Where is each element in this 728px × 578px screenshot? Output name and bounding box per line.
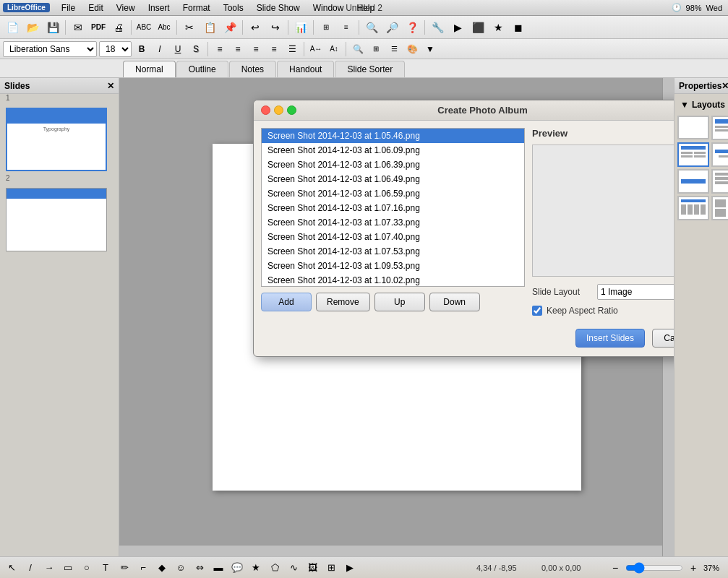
select-tool-btn[interactable]: ↖ — [3, 560, 20, 576]
list2-btn[interactable]: ☰ — [386, 41, 402, 57]
menu-insert[interactable]: Insert — [142, 1, 176, 14]
rect-tool-btn[interactable]: ▭ — [59, 560, 77, 576]
shapes-tool-btn[interactable]: ◆ — [153, 560, 171, 576]
flowchart-tool-btn[interactable]: ▬ — [210, 560, 227, 576]
minimize-button[interactable] — [274, 105, 283, 115]
slide-1-thumbnail[interactable]: Typography — [6, 108, 107, 171]
file-item-6[interactable]: Screen Shot 2014-12-03 at 1.07.33.png — [262, 215, 524, 230]
file-item-7[interactable]: Screen Shot 2014-12-03 at 1.07.40.png — [262, 230, 524, 244]
find2-btn[interactable]: 🔍 — [350, 41, 366, 57]
properties-close-icon[interactable]: ✕ — [721, 81, 728, 91]
slide-2-thumbnail[interactable] — [6, 188, 107, 251]
italic-btn[interactable]: I — [152, 41, 168, 57]
file-list[interactable]: Screen Shot 2014-12-03 at 1.05.46.png Sc… — [261, 128, 525, 287]
bold-btn[interactable]: B — [134, 41, 150, 57]
save-btn[interactable]: 💾 — [43, 19, 62, 36]
char-spacing-btn[interactable]: A↔ — [308, 41, 324, 57]
slides-close-icon[interactable]: ✕ — [107, 81, 114, 91]
zoom-slider[interactable] — [625, 565, 683, 571]
zoom-in-btn[interactable]: + — [685, 560, 702, 576]
app-logo[interactable]: LibreOffice — [3, 3, 50, 12]
file-item-0[interactable]: Screen Shot 2014-12-03 at 1.05.46.png — [262, 129, 524, 143]
insert-slides-button[interactable]: Insert Slides — [575, 329, 645, 348]
layout-two-col[interactable] — [677, 142, 709, 167]
copy-btn[interactable]: 📋 — [200, 19, 219, 36]
font-size-select[interactable]: 18 — [99, 41, 132, 57]
insert-image-btn[interactable]: 🖼 — [304, 560, 321, 576]
layout-centered[interactable] — [711, 142, 728, 167]
layout-content-only[interactable] — [711, 169, 728, 194]
file-item-3[interactable]: Screen Shot 2014-12-03 at 1.06.49.png — [262, 172, 524, 186]
layout-blank[interactable] — [677, 116, 709, 139]
symbol-tool-btn[interactable]: ☺ — [172, 560, 189, 576]
file-item-1[interactable]: Screen Shot 2014-12-03 at 1.06.09.png — [262, 143, 524, 158]
text-tool-btn[interactable]: T — [97, 560, 114, 576]
curve-tool-btn[interactable]: ∿ — [285, 560, 302, 576]
new-btn[interactable]: 📄 — [3, 19, 22, 36]
connector-tool-btn[interactable]: ⌐ — [134, 560, 152, 576]
star-tool-btn[interactable]: ★ — [247, 560, 265, 576]
line-tool-btn[interactable]: / — [22, 560, 39, 576]
ext5-btn[interactable]: ◼ — [509, 19, 528, 36]
callout-tool-btn[interactable]: 💬 — [228, 560, 246, 576]
list-btn[interactable]: ☰ — [284, 41, 300, 57]
menu-slideshow[interactable]: Slide Show — [251, 1, 306, 14]
polygon-tool-btn[interactable]: ⬠ — [266, 560, 283, 576]
table-btn[interactable]: ⊞ — [317, 19, 335, 36]
spellcheck-btn[interactable]: ABC — [134, 19, 153, 36]
menu-edit[interactable]: Edit — [82, 1, 109, 14]
tab-handout[interactable]: Handout — [277, 61, 334, 77]
add-button[interactable]: Add — [261, 293, 312, 311]
paste-btn[interactable]: 📌 — [220, 19, 239, 36]
highlight-tool-btn[interactable]: ✏ — [116, 560, 133, 576]
layout-title-only[interactable] — [677, 169, 709, 194]
arrow-tool-btn[interactable]: → — [40, 560, 58, 576]
cancel-button[interactable]: Cancel — [652, 329, 674, 348]
zoom-out-btn[interactable]: − — [607, 560, 624, 576]
close-button[interactable] — [261, 105, 270, 115]
ext1-btn[interactable]: 🔧 — [428, 19, 447, 36]
file-item-2[interactable]: Screen Shot 2014-12-03 at 1.06.39.png — [262, 158, 524, 172]
undo-btn[interactable]: ↩ — [246, 19, 265, 36]
pdf-btn[interactable]: PDF — [89, 19, 108, 36]
find-btn[interactable]: 🔍 — [362, 19, 381, 36]
layout-title-content[interactable] — [711, 116, 728, 140]
menu-format[interactable]: Format — [177, 1, 216, 14]
align-left-btn[interactable]: ≡ — [212, 41, 228, 57]
file-item-10[interactable]: Screen Shot 2014-12-03 at 1.10.02.png — [262, 273, 524, 287]
maximize-button[interactable] — [287, 105, 296, 115]
tab-normal[interactable]: Normal — [123, 61, 176, 77]
menu-tools[interactable]: Tools — [218, 1, 249, 14]
redo-btn[interactable]: ↪ — [266, 19, 285, 36]
tab-notes[interactable]: Notes — [229, 61, 276, 77]
font-name-select[interactable]: Liberation Sans — [3, 41, 97, 57]
paint-btn[interactable]: 🎨 — [404, 41, 420, 57]
table2-btn[interactable]: ⊞ — [368, 41, 384, 57]
file-item-9[interactable]: Screen Shot 2014-12-03 at 1.09.53.png — [262, 259, 524, 273]
menu-file[interactable]: File — [56, 1, 81, 14]
menu-window[interactable]: Window — [307, 1, 350, 14]
scrollbar-bottom[interactable] — [119, 545, 662, 556]
ext4-btn[interactable]: ★ — [489, 19, 508, 36]
shadow-btn[interactable]: S — [188, 41, 204, 57]
up-button[interactable]: Up — [374, 293, 425, 311]
chart-btn[interactable]: 📊 — [291, 19, 310, 36]
keep-aspect-ratio-checkbox[interactable] — [532, 306, 542, 316]
zoom-btn[interactable]: 🔎 — [382, 19, 401, 36]
tab-outline[interactable]: Outline — [176, 61, 228, 77]
char-spacing2-btn[interactable]: A↕ — [326, 41, 342, 57]
insert-movie-btn[interactable]: ▶ — [341, 560, 359, 576]
align-right-btn[interactable]: ≡ — [248, 41, 264, 57]
align-center-btn[interactable]: ≡ — [230, 41, 246, 57]
email-btn[interactable]: ✉ — [69, 19, 87, 36]
autocorrect-btn[interactable]: Abc — [155, 19, 174, 36]
remove-button[interactable]: Remove — [316, 293, 370, 311]
print-btn[interactable]: 🖨 — [109, 19, 128, 36]
file-item-8[interactable]: Screen Shot 2014-12-03 at 1.07.53.png — [262, 244, 524, 259]
underline-btn[interactable]: U — [170, 41, 186, 57]
layout-grid[interactable] — [711, 196, 728, 220]
layout-four-col[interactable] — [677, 196, 709, 220]
file-item-4[interactable]: Screen Shot 2014-12-03 at 1.06.59.png — [262, 186, 524, 201]
layouts-collapse-icon[interactable]: ▼ — [680, 100, 689, 110]
down-button[interactable]: Down — [429, 293, 480, 311]
